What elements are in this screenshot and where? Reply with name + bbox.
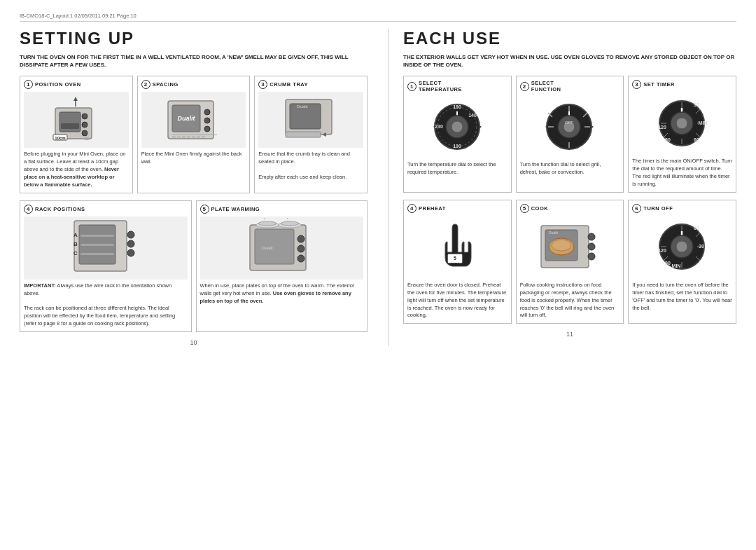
step-5-num: 5 (200, 205, 209, 214)
right-step-6-desc: If you need to turn the oven off before … (632, 282, 732, 312)
right-step-4-num: 4 (407, 204, 416, 213)
step-2-box: 2 SPACING Dualit (137, 76, 251, 193)
step-2-desc: Place the Mini Oven firmly against the b… (141, 151, 246, 166)
right-step-1-img: 180 100 230 140 (407, 95, 507, 158)
temp-dial-svg: 180 100 230 140 (428, 97, 487, 157)
step-2-num: 2 (141, 80, 150, 89)
step-4-label: 4 RACK POSITIONS (24, 205, 188, 214)
right-step-6-img: 60 30 90 120 MIN (632, 216, 732, 279)
right-step-2-img: OFF (520, 95, 620, 158)
svg-point-17 (204, 118, 210, 123)
svg-rect-7 (61, 123, 79, 129)
rack-positions-svg: A B C (71, 218, 141, 277)
setting-up-warning: TURN THE OVEN ON FOR THE FIRST TIME IN A… (20, 53, 368, 69)
right-step-2-desc: Turn the function dial to select grill, … (520, 161, 620, 177)
setting-up-section: SETTING UP TURN THE OVEN ON FOR THE FIRS… (20, 29, 368, 346)
svg-text:180: 180 (453, 104, 461, 109)
right-step-6-box: 6 TURN OFF 60 30 90 120 MIN (628, 200, 736, 324)
svg-text:A: A (74, 232, 78, 238)
svg-point-98 (552, 240, 571, 251)
each-use-section: EACH USE THE EXTERIOR WALLS GET VERY HOT… (388, 29, 736, 346)
right-step-6-num: 6 (632, 204, 641, 213)
step-3-img: Dualit (258, 92, 363, 148)
cook-svg: Dualit (538, 217, 601, 277)
right-step-1-desc: Turn the temperature dial to select the … (407, 161, 507, 177)
right-step-4-label: 4 PREHEAT (407, 204, 507, 213)
step-5-label: 5 PLATE WARMING (200, 205, 364, 214)
right-step-5-label: 5 COOK (520, 204, 620, 213)
step-3-box: 3 CRUMB TRAY Dualit (254, 76, 368, 193)
svg-point-118 (676, 241, 687, 252)
svg-point-91 (676, 118, 687, 129)
svg-text:230: 230 (435, 124, 443, 129)
right-step-6-label: 6 TURN OFF (632, 204, 732, 213)
svg-text:Dualit: Dualit (178, 115, 196, 122)
svg-text:MIN: MIN (451, 262, 458, 266)
svg-rect-35 (80, 253, 114, 255)
svg-text:5: 5 (454, 256, 456, 261)
right-step-3-label: 3 SET TIMER (632, 80, 732, 89)
svg-point-40 (127, 240, 134, 247)
svg-rect-33 (80, 235, 114, 237)
svg-rect-25 (202, 136, 205, 138)
each-use-title: EACH USE (403, 29, 736, 48)
right-step-4-desc: Ensure the oven door is closed. Preheat … (407, 282, 507, 319)
svg-rect-24 (197, 136, 200, 138)
step-1-label: 1 POSITION OVEN (24, 80, 129, 89)
right-step-1-num: 1 (407, 82, 416, 91)
step-4-box: 4 RACK POSITIONS (20, 200, 192, 332)
right-step-4-img: 5 MIN (407, 216, 507, 279)
svg-text:140: 140 (468, 113, 477, 118)
step-1-num: 1 (24, 80, 33, 89)
svg-point-99 (588, 233, 595, 240)
svg-point-49 (298, 245, 304, 252)
page-num-left: 10 (20, 339, 368, 346)
step-2-img: Dualit (141, 92, 246, 148)
step-1-desc: Before plugging in your Mini Oven, place… (24, 151, 129, 188)
right-steps-4-6: 4 PREHEAT 5 MIN Ensure the oven (403, 200, 736, 324)
svg-point-47 (281, 221, 299, 226)
svg-text:60: 60 (694, 226, 699, 231)
step-1-box: 1 POSITION OVEN (20, 76, 133, 193)
svg-point-101 (588, 253, 595, 260)
turn-off-dial-svg: 60 30 90 120 MIN (652, 217, 712, 277)
page-num-right: 11 (403, 331, 736, 338)
svg-text:B: B (74, 241, 78, 247)
right-step-4-box: 4 PREHEAT 5 MIN Ensure the oven (403, 200, 512, 324)
steps-1-3: 1 POSITION OVEN (20, 76, 368, 193)
svg-point-4 (82, 130, 88, 136)
step-3-desc: Ensure that the crumb tray is clean and … (258, 151, 363, 181)
svg-text:MIN: MIN (672, 263, 681, 268)
right-step-1-label: 1 SELECTTEMPERATURE (407, 80, 507, 92)
position-oven-svg: 10cm (50, 95, 102, 144)
svg-point-100 (588, 243, 595, 250)
svg-rect-20 (177, 136, 181, 138)
svg-rect-34 (80, 244, 114, 246)
crumb-tray-svg: Dualit (283, 95, 339, 144)
svg-marker-9 (74, 97, 78, 101)
right-step-5-desc: Follow cooking instructions on food pack… (520, 282, 620, 319)
svg-text:90: 90 (665, 261, 671, 266)
page-wrapper: IB-CMO18-C_Layout 1 02/09/2011 09:21 Pag… (20, 13, 736, 346)
svg-point-62 (451, 121, 463, 132)
svg-text:90: 90 (665, 137, 671, 142)
svg-text:120: 120 (658, 248, 666, 253)
step-4-desc: IMPORTANT: Always use the wire rack in t… (24, 282, 188, 328)
step-3-label: 3 CRUMB TRAY (258, 80, 363, 89)
right-step-2-box: 2 SELECTFUNCTION (516, 76, 624, 193)
svg-point-48 (298, 235, 304, 242)
right-step-3-box: 3 SET TIMER 30 MIN 60 90 120 (628, 76, 736, 193)
each-use-warning: THE EXTERIOR WALLS GET VERY HOT WHEN IN … (403, 53, 736, 69)
svg-text:60: 60 (694, 137, 699, 142)
svg-point-39 (127, 231, 134, 238)
right-steps-1-3: 1 SELECTTEMPERATURE (403, 76, 736, 193)
step-2-label: 2 SPACING (141, 80, 246, 89)
timer-dial-svg: 30 MIN 60 90 120 (652, 94, 712, 153)
svg-text:120: 120 (658, 125, 666, 130)
svg-text:30: 30 (694, 102, 699, 107)
svg-text:10cm: 10cm (55, 136, 66, 140)
right-step-2-num: 2 (520, 82, 529, 91)
svg-text:Dualit: Dualit (549, 231, 558, 235)
page-header: IB-CMO18-C_Layout 1 02/09/2011 09:21 Pag… (20, 13, 736, 22)
right-step-3-num: 3 (632, 80, 641, 89)
